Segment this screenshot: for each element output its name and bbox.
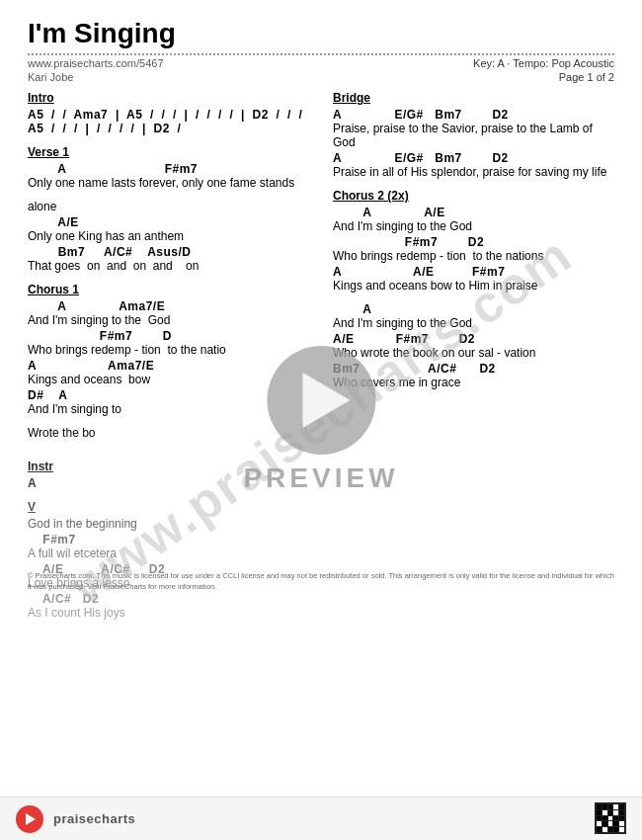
artist-name: Kari Jobe bbox=[28, 71, 73, 83]
chord-line: A5 / / Ama7 | A5 / / / | / / / / | D2 / … bbox=[28, 108, 309, 122]
chord-line: F#m7 D2 bbox=[333, 235, 614, 249]
section-title: V bbox=[28, 500, 309, 514]
play-circle[interactable] bbox=[267, 346, 375, 455]
chord-line: Bm7 A/C# Asus/D bbox=[28, 245, 309, 259]
chord-line: F#m7 D bbox=[28, 329, 309, 343]
song-title: I'm Singing bbox=[28, 18, 614, 49]
chord-line: A A/E bbox=[333, 206, 614, 219]
dotted-divider bbox=[28, 53, 614, 55]
section-title: Bridge bbox=[333, 91, 614, 105]
lyric-line: Who brings redemp - tion to the nations bbox=[333, 249, 614, 263]
section-title: Intro bbox=[28, 91, 309, 105]
lyric-line: And I'm singing to the God bbox=[333, 219, 614, 233]
chord-line: A5 / / / | / / / / | D2 / bbox=[28, 122, 309, 135]
lyric-line: A full wil etcetera bbox=[28, 546, 309, 560]
chord-line: A A/E F#m7 bbox=[333, 265, 614, 279]
lyric-line: Praise, praise to the Savior, praise to … bbox=[333, 122, 614, 149]
preview-label: PREVIEW bbox=[243, 462, 398, 494]
lyric-line: Praise in all of His splendor, praise fo… bbox=[333, 165, 614, 179]
section: Verse 1 A F#m7Only one name lasts foreve… bbox=[28, 145, 309, 273]
key-tempo: Key: A · Tempo: Pop Acoustic bbox=[473, 57, 614, 69]
chord-line: A/E F#m7 D2 bbox=[333, 332, 614, 346]
chord-line: A Ama7/E bbox=[28, 299, 309, 313]
page-content: I'm Singing www.praisecharts.com/5467 Ke… bbox=[0, 0, 642, 639]
chord-line: F#m7 bbox=[28, 533, 309, 546]
lyric-line: That goes on and on and on bbox=[28, 259, 309, 273]
chord-line: A/E bbox=[28, 215, 309, 229]
lyric-line: And I'm singing to the God bbox=[333, 316, 614, 330]
lyric-line: God in the beginning bbox=[28, 517, 309, 531]
lyric-line: Only one name lasts forever, only one fa… bbox=[28, 176, 309, 190]
lyric-line: And I'm singing to the God bbox=[28, 313, 309, 327]
meta-row: www.praisecharts.com/5467 Key: A · Tempo… bbox=[28, 57, 614, 69]
section: BridgeA E/G# Bm7 D2Praise, praise to the… bbox=[333, 91, 614, 179]
copyright-text: © Praisecharts.com. This music is licens… bbox=[28, 571, 614, 592]
chord-line: A F#m7 bbox=[28, 162, 309, 176]
page-number: Page 1 of 2 bbox=[559, 71, 614, 83]
qr-code bbox=[595, 802, 626, 834]
meta-row-2: Kari Jobe Page 1 of 2 bbox=[28, 71, 614, 83]
chord-line: A/C# D2 bbox=[28, 592, 309, 606]
chord-line: A E/G# Bm7 D2 bbox=[333, 108, 614, 122]
bottom-play-icon bbox=[26, 813, 36, 825]
bottom-bar: praisecharts bbox=[0, 797, 642, 840]
bottom-logo: praisecharts bbox=[53, 811, 135, 826]
section: VGod in the beginning F#m7A full wil etc… bbox=[28, 500, 309, 620]
section-title: Chorus 1 bbox=[28, 283, 309, 296]
lyric-line: Kings and oceans bow to Him in praise bbox=[333, 279, 614, 293]
lyric-line: As I count His joys bbox=[28, 606, 309, 620]
section-title: Verse 1 bbox=[28, 145, 309, 159]
preview-play-container[interactable]: PREVIEW bbox=[243, 346, 398, 494]
blank-line bbox=[28, 192, 309, 200]
chord-line: A E/G# Bm7 D2 bbox=[333, 151, 614, 165]
section-title: Chorus 2 (2x) bbox=[333, 189, 614, 203]
lyric-line: Only one King has an anthem bbox=[28, 229, 309, 243]
chord-line: A bbox=[333, 302, 614, 316]
blank-line bbox=[333, 294, 614, 302]
lyric-line: alone bbox=[28, 200, 309, 213]
bottom-play-button[interactable] bbox=[16, 805, 43, 833]
song-url: www.praisecharts.com/5467 bbox=[28, 57, 164, 69]
section: IntroA5 / / Ama7 | A5 / / / | / / / / | … bbox=[28, 91, 309, 135]
play-triangle-icon bbox=[302, 373, 350, 428]
